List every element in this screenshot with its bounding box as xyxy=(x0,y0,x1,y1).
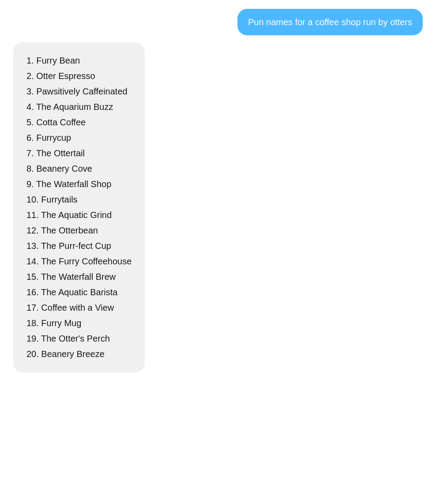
user-bubble: Pun names for a coffee shop run by otter… xyxy=(237,9,423,35)
user-message-text: Pun names for a coffee shop run by otter… xyxy=(248,17,412,27)
assistant-bubble: 1. Furry Bean2. Otter Espresso3. Pawsiti… xyxy=(13,42,145,372)
list-item: 9. The Waterfall Shop xyxy=(26,177,132,192)
chat-container: Pun names for a coffee shop run by otter… xyxy=(9,9,427,372)
list-item: 20. Beanery Breeze xyxy=(26,346,132,362)
list-item: 2. Otter Espresso xyxy=(26,68,132,84)
list-item: 8. Beanery Cove xyxy=(26,161,132,177)
list-item: 7. The Ottertail xyxy=(26,146,132,161)
response-list: 1. Furry Bean2. Otter Espresso3. Pawsiti… xyxy=(26,53,132,362)
list-item: 19. The Otter's Perch xyxy=(26,331,132,346)
list-item: 11. The Aquatic Grind xyxy=(26,207,132,223)
list-item: 10. Furrytails xyxy=(26,192,132,207)
list-item: 3. Pawsitively Caffeinated xyxy=(26,84,132,99)
list-item: 16. The Aquatic Barista xyxy=(26,285,132,300)
list-item: 6. Furrycup xyxy=(26,130,132,146)
list-item: 18. Furry Mug xyxy=(26,316,132,331)
list-item: 1. Furry Bean xyxy=(26,53,132,68)
list-item: 13. The Purr-fect Cup xyxy=(26,238,132,254)
list-item: 15. The Waterfall Brew xyxy=(26,269,132,285)
list-item: 12. The Otterbean xyxy=(26,223,132,238)
assistant-message-row: 1. Furry Bean2. Otter Espresso3. Pawsiti… xyxy=(9,42,427,372)
list-item: 5. Cotta Coffee xyxy=(26,115,132,130)
user-message-row: Pun names for a coffee shop run by otter… xyxy=(9,9,427,35)
list-item: 14. The Furry Coffeehouse xyxy=(26,254,132,269)
list-item: 4. The Aquarium Buzz xyxy=(26,99,132,115)
list-item: 17. Coffee with a View xyxy=(26,300,132,316)
